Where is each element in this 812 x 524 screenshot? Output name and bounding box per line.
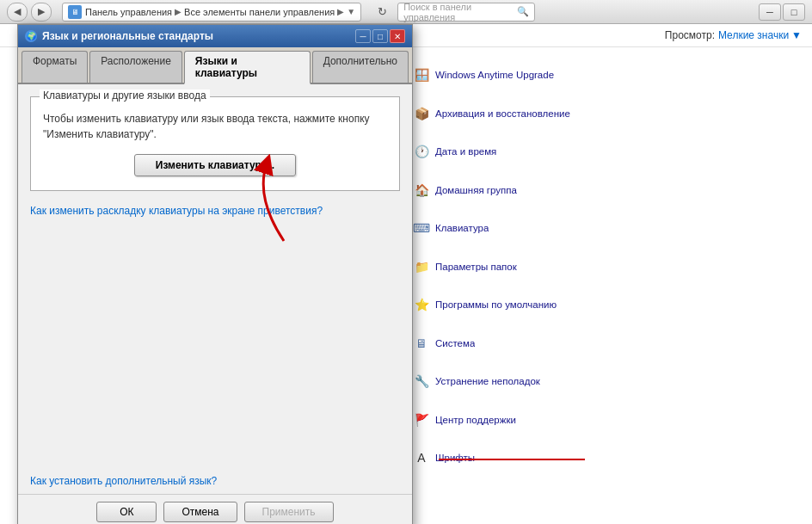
apply-button[interactable]: Применить <box>244 502 334 522</box>
cp-item-icon-system: 🖥 <box>413 335 430 352</box>
tab-keyboards[interactable]: Языки и клавиатуры <box>184 51 311 84</box>
dialog-content: Клавиатуры и другие языки ввода Чтобы из… <box>18 84 412 411</box>
cp-item-icon-archive: 📦 <box>413 105 430 122</box>
cp-item-label-datetime: Дата и время <box>435 146 496 157</box>
cp-item-keyboard[interactable]: ⌨Клавиатура <box>406 209 795 248</box>
cp-item-icon-keyboard: ⌨ <box>413 219 430 237</box>
cp-item-icon-windows-anytime: 🪟 <box>413 66 430 83</box>
dialog-minimize[interactable]: ─ <box>355 29 371 43</box>
cp-item-system[interactable]: 🖥Система <box>406 324 795 363</box>
cp-item-icon-folder-options: 📁 <box>413 258 430 275</box>
install-lang-section: Как установить дополнительный язык? <box>18 472 412 494</box>
cp-item-label-system: Система <box>435 338 475 348</box>
dialog-icon: 🌍 <box>25 30 37 42</box>
breadcrumb-path1: Панель управления <box>85 7 172 17</box>
breadcrumb-arrow2: ▶ <box>337 7 344 16</box>
dialog-tabs: ФорматыРасположениеЯзыки и клавиатурыДоп… <box>18 47 412 84</box>
dialog-close[interactable]: ✕ <box>390 29 405 43</box>
dialog-restore[interactable]: □ <box>372 29 388 43</box>
screen-layout-link[interactable]: Как изменить раскладку клавиатуры на экр… <box>30 205 323 217</box>
cp-item-label-homegroup: Домашняя группа <box>435 185 517 195</box>
cp-item-icon-default-programs: ⭐ <box>413 296 430 313</box>
cp-item-icon-fonts: A <box>413 449 430 466</box>
restore-button[interactable]: □ <box>783 3 805 21</box>
keyboard-group: Клавиатуры и другие языки ввода Чтобы из… <box>30 96 400 191</box>
dialog-titlebar: 🌍 Язык и региональные стандарты ─ □ ✕ <box>18 25 412 47</box>
cp-item-icon-troubleshoot: 🔧 <box>413 373 430 390</box>
cp-item-default-programs[interactable]: ⭐Программы по умолчанию <box>406 286 795 324</box>
address-dropdown[interactable]: ▼ <box>347 7 355 16</box>
view-label: Просмотр: <box>665 29 715 41</box>
lang-dialog: 🌍 Язык и региональные стандарты ─ □ ✕ Фо… <box>17 24 413 524</box>
group-title: Клавиатуры и другие языки ввода <box>40 89 210 102</box>
window-controls: ─ □ <box>759 3 805 21</box>
cp-item-fonts[interactable]: AШрифты <box>406 439 795 478</box>
view-arrow: ▼ <box>791 29 802 41</box>
view-selector[interactable]: Мелкие значки ▼ <box>718 29 802 41</box>
minimize-button[interactable]: ─ <box>759 3 781 21</box>
breadcrumb-path2: Все элементы панели управления <box>184 7 335 17</box>
back-button[interactable]: ◀ <box>7 3 28 22</box>
install-lang-link[interactable]: Как установить дополнительный язык? <box>30 475 217 487</box>
dialog-title: 🌍 Язык и региональные стандарты <box>25 30 213 42</box>
cp-item-windows-anytime[interactable]: 🪟Windows Anytime Upgrade <box>406 56 795 95</box>
dialog-controls: ─ □ ✕ <box>355 29 405 43</box>
cp-item-label-folder-options: Параметры папок <box>435 262 517 272</box>
search-placeholder: Поиск в панели управления <box>403 2 517 22</box>
cp-item-datetime[interactable]: 🕐Дата и время <box>406 133 795 171</box>
cp-item-homegroup[interactable]: 🏠Домашняя группа <box>406 171 795 210</box>
cp-item-label-archive: Архивация и восстановление <box>435 108 570 119</box>
cp-item-label-default-programs: Программы по умолчанию <box>435 299 557 310</box>
view-value: Мелкие значки <box>718 29 789 41</box>
search-icon: 🔍 <box>517 6 529 17</box>
group-text: Чтобы изменить клавиатуру или язык ввода… <box>43 111 387 142</box>
nav-buttons: ◀ ▶ <box>7 3 52 22</box>
title-bar: ◀ ▶ 🖥 Панель управления ▶ Все элементы п… <box>0 0 812 24</box>
breadcrumb-arrow1: ▶ <box>175 7 181 16</box>
address-icon: 🖥 <box>68 5 82 19</box>
cp-item-archive[interactable]: 📦Архивация и восстановление <box>406 95 795 133</box>
ok-button[interactable]: ОК <box>96 502 157 522</box>
cp-item-folder-options[interactable]: 📁Параметры папок <box>406 248 795 287</box>
cp-item-icon-homegroup: 🏠 <box>413 182 430 199</box>
cp-item-label-fonts: Шрифты <box>435 453 475 463</box>
cp-item-label-support: Центр поддержки <box>435 415 516 425</box>
address-bar[interactable]: 🖥 Панель управления ▶ Все элементы панел… <box>62 3 361 22</box>
cp-item-troubleshoot[interactable]: 🔧Устранение неполадок <box>406 362 795 401</box>
change-keyboard-button[interactable]: Изменить клавиатуру... <box>134 154 296 176</box>
title-bar-left: ◀ ▶ 🖥 Панель управления ▶ Все элементы п… <box>7 3 535 22</box>
refresh-button[interactable]: ↻ <box>372 3 392 22</box>
forward-button[interactable]: ▶ <box>31 3 52 22</box>
cp-item-label-keyboard: Клавиатура <box>435 223 489 233</box>
dialog-footer: ОК Отмена Применить <box>18 494 412 524</box>
cp-item-icon-datetime: 🕐 <box>413 143 430 160</box>
search-bar[interactable]: Поиск в панели управления 🔍 <box>397 3 535 22</box>
cancel-button[interactable]: Отмена <box>163 502 237 522</box>
cp-item-label-troubleshoot: Устранение неполадок <box>435 376 540 386</box>
tab-location[interactable]: Расположение <box>89 51 182 83</box>
tab-formats[interactable]: Форматы <box>22 51 88 83</box>
cp-item-icon-support: 🚩 <box>413 411 430 428</box>
tab-advanced[interactable]: Дополнительно <box>312 51 409 83</box>
cp-item-support[interactable]: 🚩Центр поддержки <box>406 401 795 440</box>
cp-item-label-windows-anytime: Windows Anytime Upgrade <box>435 70 554 80</box>
